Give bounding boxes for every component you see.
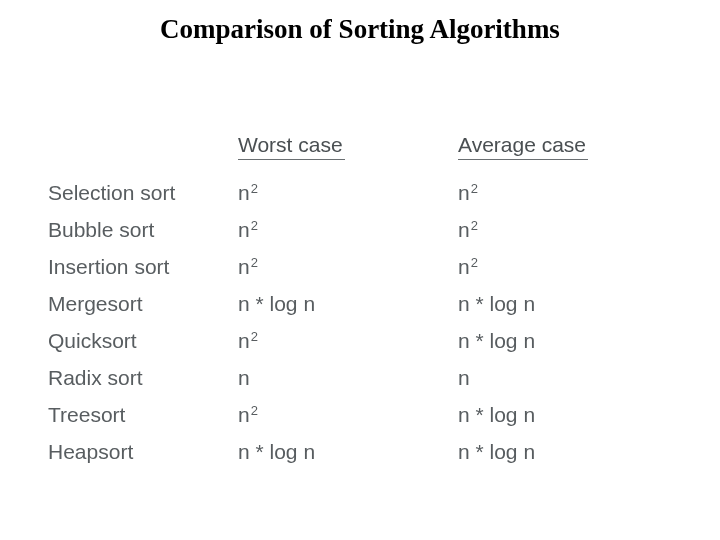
cell-worst: n * log n bbox=[238, 285, 458, 322]
row-label: Quicksort bbox=[48, 322, 238, 359]
cell-worst: n2 bbox=[238, 211, 458, 248]
cell-worst: n bbox=[238, 359, 458, 396]
header-worst-case-label: Worst case bbox=[238, 134, 345, 160]
cell-worst: n2 bbox=[238, 396, 458, 433]
row-label: Selection sort bbox=[48, 174, 238, 211]
row-label: Heapsort bbox=[48, 433, 238, 470]
cell-worst: n2 bbox=[238, 248, 458, 285]
cell-average: n bbox=[458, 359, 658, 396]
cell-average: n2 bbox=[458, 248, 658, 285]
cell-worst: n2 bbox=[238, 322, 458, 359]
row-label: Bubble sort bbox=[48, 211, 238, 248]
header-empty bbox=[48, 120, 238, 166]
row-label: Insertion sort bbox=[48, 248, 238, 285]
row-label: Mergesort bbox=[48, 285, 238, 322]
cell-average: n * log n bbox=[458, 433, 658, 470]
header-worst-case: Worst case bbox=[238, 120, 458, 166]
header-average-case: Average case bbox=[458, 120, 658, 166]
table-grid: Worst case Average case Selection sortn2… bbox=[48, 120, 668, 470]
cell-average: n * log n bbox=[458, 285, 658, 322]
cell-average: n * log n bbox=[458, 396, 658, 433]
row-label: Treesort bbox=[48, 396, 238, 433]
cell-average: n * log n bbox=[458, 322, 658, 359]
cell-worst: n * log n bbox=[238, 433, 458, 470]
cell-average: n2 bbox=[458, 174, 658, 211]
row-label: Radix sort bbox=[48, 359, 238, 396]
slide: Comparison of Sorting Algorithms Worst c… bbox=[0, 0, 720, 540]
cell-average: n2 bbox=[458, 211, 658, 248]
complexity-table: Worst case Average case Selection sortn2… bbox=[48, 120, 668, 470]
header-average-case-label: Average case bbox=[458, 134, 588, 160]
cell-worst: n2 bbox=[238, 174, 458, 211]
page-title: Comparison of Sorting Algorithms bbox=[0, 14, 720, 45]
